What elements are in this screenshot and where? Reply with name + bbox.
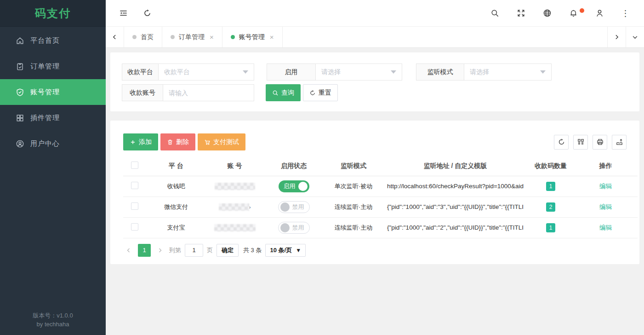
goto-confirm-button[interactable]: 确定: [217, 244, 239, 257]
account-input[interactable]: [163, 84, 254, 101]
collapse-menu-icon[interactable]: [119, 9, 128, 18]
qr-count-badge: 1: [546, 182, 555, 191]
plus-icon: [130, 139, 136, 145]
version-number: 版本号：v1.0.0: [0, 311, 106, 320]
search-button[interactable]: 查询: [266, 84, 301, 101]
masked-account: [219, 203, 249, 211]
enable-toggle[interactable]: 禁用: [278, 201, 310, 213]
filter-row-1: 收款平台 收款平台 启用 请选择 监听模式: [122, 64, 628, 81]
filter-label: 收款平台: [122, 64, 159, 81]
trash-icon: [167, 139, 173, 145]
sidebar-item-user-center[interactable]: 用户中心: [0, 131, 106, 156]
pay-test-button[interactable]: 支付测试: [198, 133, 245, 150]
table-row: 收钱吧 启用 单次监听·被动 http://localhost:60/check…: [123, 176, 638, 196]
notification-bell-icon[interactable]: [569, 9, 578, 18]
edit-link[interactable]: 编辑: [599, 203, 612, 210]
cell-listen-mode: 连续监听·主动: [324, 196, 383, 217]
filter-label: 监听模式: [416, 64, 464, 81]
table-panel: 添加 删除 支付测试: [110, 121, 639, 264]
qr-count-badge: 1: [546, 223, 555, 232]
tabbar-spacer: [283, 27, 607, 47]
sidebar-item-plugin-management[interactable]: 插件管理: [0, 105, 106, 131]
page-number-current[interactable]: 1: [138, 244, 151, 257]
row-checkbox[interactable]: [131, 202, 138, 210]
column-settings-icon[interactable]: [573, 135, 588, 150]
tab-account-management[interactable]: 账号管理 ×: [222, 27, 283, 47]
content-area: 收款平台 收款平台 启用 请选择 监听模式: [106, 48, 644, 335]
row-checkbox[interactable]: [131, 182, 138, 189]
tabs-scroll-right-icon[interactable]: [607, 27, 626, 47]
search-icon[interactable]: [490, 9, 499, 18]
filter-row-2: 收款账号 查询 重置: [122, 84, 628, 101]
enable-toggle[interactable]: 禁用: [278, 222, 310, 234]
edit-link[interactable]: 编辑: [599, 183, 612, 190]
sidebar-item-label: 用户中心: [30, 139, 60, 148]
next-page-icon[interactable]: [154, 244, 165, 257]
sidebar: 码支付 平台首页 订单管理 账号管理: [0, 0, 106, 335]
tab-label: 首页: [141, 33, 154, 41]
sidebar-item-account-management[interactable]: 账号管理: [0, 79, 106, 105]
table-refresh-icon[interactable]: [554, 135, 569, 150]
add-button[interactable]: 添加: [123, 133, 158, 150]
col-listen-address: 监听地址 / 自定义模版: [383, 156, 528, 176]
masked-account: [215, 183, 255, 190]
tab-close-icon[interactable]: ×: [210, 33, 214, 41]
sidebar-item-platform-home[interactable]: 平台首页: [0, 28, 106, 53]
print-icon[interactable]: [593, 135, 607, 150]
language-globe-icon[interactable]: [542, 9, 552, 18]
topbar-right: ⋮: [490, 9, 644, 18]
sidebar-item-order-management[interactable]: 订单管理: [0, 53, 106, 79]
enabled-select[interactable]: 请选择: [316, 64, 402, 81]
sidebar-item-label: 订单管理: [30, 62, 60, 71]
toggle-knob: [280, 223, 290, 232]
tabbar: 首页 订单管理 × 账号管理 ×: [106, 27, 644, 48]
delete-button[interactable]: 删除: [160, 133, 195, 150]
enable-toggle[interactable]: 启用: [279, 180, 309, 192]
select-placeholder: 收款平台: [164, 68, 190, 76]
tabs-menu-chevron-down-icon[interactable]: [626, 27, 644, 47]
col-qr-count: 收款码数量: [528, 156, 574, 176]
cell-platform: 微信支付: [146, 196, 206, 217]
table-row: 微信支付 › 禁用 连续监听·主动 {"pid":"1000","aid":"3…: [123, 196, 638, 217]
refresh-icon[interactable]: [142, 9, 152, 18]
user-profile-icon[interactable]: [595, 9, 604, 18]
masked-account: [214, 224, 256, 231]
sidebar-menu: 平台首页 订单管理 账号管理 插件管理: [0, 27, 106, 156]
filter-label: 收款账号: [122, 84, 163, 101]
tab-order-management[interactable]: 订单管理 ×: [162, 27, 222, 47]
export-icon[interactable]: [612, 135, 627, 150]
goto-page-input[interactable]: [185, 244, 203, 257]
select-all-checkbox[interactable]: [131, 162, 138, 169]
col-platform: 平 台: [146, 156, 206, 176]
tabs-scroll-left-icon[interactable]: [106, 27, 124, 47]
topbar-left: [106, 9, 152, 18]
select-all-header: [123, 156, 146, 176]
tab-status-dot: [132, 35, 137, 39]
cell-account: ›: [206, 196, 263, 217]
fullscreen-icon[interactable]: [516, 9, 525, 18]
edit-link[interactable]: 编辑: [599, 224, 612, 231]
cell-platform: 支付宝: [146, 217, 206, 238]
col-listen-mode: 监听模式: [324, 156, 383, 176]
filter-group-enabled: 启用 请选择: [267, 64, 402, 81]
total-count: 共 3 条: [243, 246, 262, 254]
goto-suffix: 页: [207, 246, 213, 254]
prev-page-icon[interactable]: [123, 244, 134, 257]
accounts-table: 平 台 账 号 启用状态 监听模式 监听地址 / 自定义模版 收款码数量 操作: [123, 156, 638, 238]
reset-button[interactable]: 重置: [303, 84, 338, 101]
app-logo: 码支付: [0, 0, 106, 27]
reset-refresh-icon: [309, 90, 316, 96]
listen-mode-select[interactable]: 请选择: [464, 64, 552, 81]
tab-close-icon[interactable]: ×: [270, 33, 274, 41]
caret-down-icon: ▼: [296, 247, 301, 254]
table-row: 支付宝 禁用 连续监听·主动 {"pid":"1000","aid":"2","…: [123, 217, 638, 238]
cell-account: [206, 176, 263, 196]
more-options-icon[interactable]: ⋮: [621, 9, 630, 18]
cell-listen-address: http://localhost:60/checkPayResult?pid=1…: [383, 183, 528, 190]
tab-home[interactable]: 首页: [124, 27, 162, 47]
platform-select[interactable]: 收款平台: [159, 64, 254, 81]
page-size-select[interactable]: 10 条/页 ▼: [265, 244, 306, 257]
row-checkbox[interactable]: [131, 223, 138, 231]
sidebar-item-label: 账号管理: [30, 88, 60, 97]
cart-icon: [204, 139, 211, 145]
